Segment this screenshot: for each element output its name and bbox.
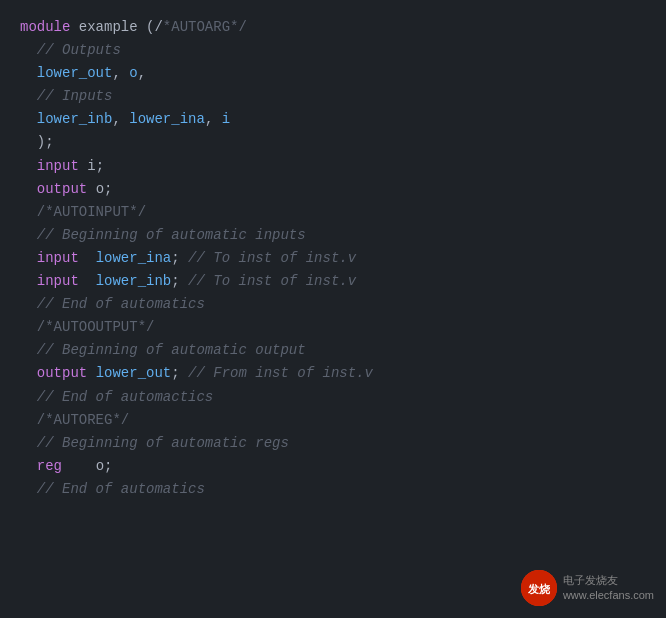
code-token: /*AUTOINPUT*/ (37, 204, 146, 220)
code-line: // Beginning of automatic regs (20, 432, 646, 455)
code-token (20, 204, 37, 220)
code-line: output lower_out; // From inst of inst.v (20, 362, 646, 385)
code-token (20, 435, 37, 451)
code-token: lower_ina (96, 250, 172, 266)
code-token: ; (171, 273, 188, 289)
code-line: lower_inb, lower_ina, i (20, 108, 646, 131)
code-token: o; (96, 458, 113, 474)
code-line: // End of automactics (20, 386, 646, 409)
code-token (20, 65, 37, 81)
code-line: ); (20, 131, 646, 154)
code-token: // Beginning of automatic regs (37, 435, 289, 451)
code-line: module example (/*AUTOARG*/ (20, 16, 646, 39)
code-token (20, 412, 37, 428)
code-token: // Beginning of automatic inputs (37, 227, 306, 243)
code-token: output (37, 181, 96, 197)
code-line: lower_out, o, (20, 62, 646, 85)
code-token (20, 458, 37, 474)
code-token (20, 134, 37, 150)
code-token: input (37, 250, 79, 266)
code-token: input (37, 158, 87, 174)
code-token: example (79, 19, 146, 35)
code-line: output o; (20, 178, 646, 201)
code-token: // End of automatics (37, 481, 205, 497)
code-token: , (112, 65, 129, 81)
code-token (20, 250, 37, 266)
code-token: i; (87, 158, 104, 174)
code-token (20, 365, 37, 381)
watermark-logo: 发烧 (521, 570, 557, 606)
code-line: /*AUTOREG*/ (20, 409, 646, 432)
code-token: *AUTOARG*/ (163, 19, 247, 35)
code-line: input lower_ina; // To inst of inst.v (20, 247, 646, 270)
code-block: module example (/*AUTOARG*/ // Outputs l… (20, 16, 646, 501)
code-token: lower_ina (129, 111, 205, 127)
code-token (20, 88, 37, 104)
code-token: output (37, 365, 96, 381)
code-token: lower_out (96, 365, 172, 381)
code-line: /*AUTOINPUT*/ (20, 201, 646, 224)
code-token: // Outputs (37, 42, 121, 58)
code-line: // Beginning of automatic inputs (20, 224, 646, 247)
code-line: // End of automatics (20, 293, 646, 316)
code-token: // To inst of inst.v (188, 273, 356, 289)
code-token: lower_inb (96, 273, 172, 289)
code-line: input lower_inb; // To inst of inst.v (20, 270, 646, 293)
code-token: reg (37, 458, 62, 474)
code-token: , (205, 111, 222, 127)
code-token: // Beginning of automatic output (37, 342, 306, 358)
code-line: input i; (20, 155, 646, 178)
code-token (20, 342, 37, 358)
code-token (20, 273, 37, 289)
code-token: ; (171, 365, 188, 381)
code-token: // From inst of inst.v (188, 365, 373, 381)
code-token: input (37, 273, 79, 289)
code-token (20, 158, 37, 174)
code-editor: module example (/*AUTOARG*/ // Outputs l… (0, 0, 666, 618)
code-token: /*AUTOOUTPUT*/ (37, 319, 155, 335)
code-token: ; (171, 250, 188, 266)
code-token: // End of automatics (37, 296, 205, 312)
code-token: , (138, 65, 146, 81)
code-token: module (20, 19, 79, 35)
code-token: (/ (146, 19, 163, 35)
code-token (20, 481, 37, 497)
code-token: lower_out (37, 65, 113, 81)
code-token (20, 296, 37, 312)
code-token (79, 273, 96, 289)
code-token (79, 250, 96, 266)
code-token: ); (37, 134, 54, 150)
code-token: o; (96, 181, 113, 197)
code-token: o (129, 65, 137, 81)
code-line: // Outputs (20, 39, 646, 62)
code-token: // Inputs (37, 88, 113, 104)
code-token: , (112, 111, 129, 127)
watermark-site-text: 电子发烧友 www.elecfans.com (563, 573, 654, 604)
code-token (62, 458, 96, 474)
code-token (20, 319, 37, 335)
code-line: /*AUTOOUTPUT*/ (20, 316, 646, 339)
code-token (20, 111, 37, 127)
code-line: reg o; (20, 455, 646, 478)
code-line: // End of automatics (20, 478, 646, 501)
code-line: // Beginning of automatic output (20, 339, 646, 362)
watermark: 发烧 电子发烧友 www.elecfans.com (521, 570, 654, 606)
code-token (20, 227, 37, 243)
code-token: // End of automactics (37, 389, 213, 405)
code-token: i (222, 111, 230, 127)
svg-text:发烧: 发烧 (527, 583, 551, 595)
code-token (20, 181, 37, 197)
code-token: // To inst of inst.v (188, 250, 356, 266)
code-token: /*AUTOREG*/ (37, 412, 129, 428)
code-token (20, 389, 37, 405)
code-token: lower_inb (37, 111, 113, 127)
code-line: // Inputs (20, 85, 646, 108)
code-token (20, 42, 37, 58)
